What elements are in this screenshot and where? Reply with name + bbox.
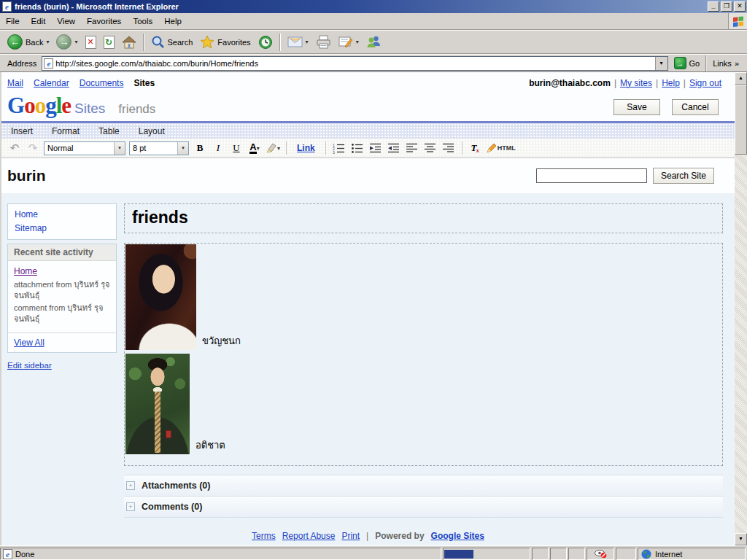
search-button[interactable]: Search <box>147 34 197 50</box>
refresh-button[interactable]: ↻ <box>100 34 118 50</box>
highlight-dropdown-icon[interactable]: ▾ <box>277 145 280 152</box>
layout-menu[interactable]: Layout <box>129 126 174 136</box>
sidebar-item-sitemap[interactable]: Sitemap <box>15 222 109 236</box>
comments-row[interactable]: + Comments (0) <box>124 497 723 518</box>
print-link[interactable]: Print <box>341 531 360 541</box>
align-right-button[interactable] <box>441 141 456 155</box>
style-value: Normal <box>47 144 114 152</box>
stop-button[interactable]: ✕ <box>82 34 100 50</box>
font-size-dropdown[interactable]: 8 pt ▾ <box>129 141 189 155</box>
calendar-link[interactable]: Calendar <box>34 78 69 88</box>
paragraph-style-dropdown[interactable]: Normal ▾ <box>44 141 125 155</box>
page-title-editable[interactable]: friends <box>124 203 723 233</box>
google-sites-link[interactable]: Google Sites <box>431 531 484 541</box>
menu-tools[interactable]: Tools <box>127 15 158 28</box>
mail-dropdown-icon[interactable]: ▾ <box>306 39 309 45</box>
scroll-up-icon[interactable]: ▲ <box>735 72 747 85</box>
italic-button[interactable]: I <box>211 141 225 155</box>
page-content-editable[interactable]: ขวัญชนก อติชาต <box>124 243 723 466</box>
underline-button[interactable]: U <box>229 141 244 155</box>
bold-button[interactable]: B <box>193 141 207 155</box>
recent-activity-list: Home attachment from บุรินทร์ รุจจนพันธุ… <box>8 261 116 332</box>
edit-dropdown-icon[interactable]: ▾ <box>356 39 359 45</box>
menu-help[interactable]: Help <box>158 15 187 28</box>
go-button[interactable]: → Go <box>668 57 706 69</box>
scrollbar-track[interactable] <box>735 155 747 533</box>
my-sites-link[interactable]: My sites <box>620 78 652 88</box>
edit-button[interactable]: ▾ <box>335 34 363 50</box>
mail-button[interactable]: ▾ <box>284 35 312 49</box>
terms-link[interactable]: Terms <box>252 531 276 541</box>
insert-menu[interactable]: Insert <box>1 126 42 136</box>
numbered-list-button[interactable]: 1 2 3 <box>332 141 347 155</box>
photo-caption: ขวัญชนก <box>202 333 241 349</box>
address-dropdown-icon[interactable]: ▾ <box>655 57 667 70</box>
print-button[interactable] <box>312 34 335 50</box>
align-left-button[interactable] <box>405 141 419 155</box>
style-dropdown-icon[interactable]: ▾ <box>114 142 125 155</box>
recent-home-link[interactable]: Home <box>14 266 37 277</box>
toolbar-separator <box>325 141 326 155</box>
mail-link[interactable]: Mail <box>7 78 23 88</box>
report-abuse-link[interactable]: Report Abuse <box>282 531 336 541</box>
font-color-button[interactable]: A ▾ <box>247 141 262 155</box>
windows-flag-icon <box>732 15 744 27</box>
forward-button[interactable]: → ▾ <box>53 33 81 51</box>
search-site-button[interactable]: Search Site <box>653 168 714 184</box>
font-color-icon: A <box>249 142 256 154</box>
align-center-button[interactable] <box>423 141 438 155</box>
links-chevron-icon[interactable]: » <box>735 59 739 68</box>
search-site-input[interactable] <box>536 168 647 183</box>
close-button[interactable]: ✕ <box>734 1 746 12</box>
address-input[interactable] <box>53 58 654 69</box>
cancel-button[interactable]: Cancel <box>672 99 719 115</box>
edit-sidebar-link[interactable]: Edit sidebar <box>7 361 52 370</box>
documents-link[interactable]: Documents <box>80 78 124 88</box>
sign-out-link[interactable]: Sign out <box>689 78 721 88</box>
favorites-button[interactable]: Favorites <box>196 34 254 50</box>
save-button[interactable]: Save <box>614 99 660 115</box>
menu-favorites[interactable]: Favorites <box>81 15 127 28</box>
remove-formatting-button[interactable]: Tx <box>468 141 483 155</box>
menu-file[interactable]: File <box>0 15 26 28</box>
link-button[interactable]: Link <box>293 143 320 153</box>
highlight-color-button[interactable]: ▾ <box>266 141 280 155</box>
history-button[interactable] <box>255 34 276 51</box>
attachments-comments-section: + Attachments (0) + Comments (0) <box>124 475 723 518</box>
vertical-scrollbar[interactable]: ▲ ▼ <box>735 72 747 545</box>
menu-edit[interactable]: Edit <box>26 15 52 28</box>
forward-dropdown-icon[interactable]: ▾ <box>74 39 77 45</box>
back-button[interactable]: ← Back ▾ <box>4 33 53 51</box>
links-toolbar[interactable]: Links » <box>705 55 745 71</box>
redo-button[interactable]: ↷ <box>26 141 40 155</box>
status-bar: e Done Internet <box>0 545 747 560</box>
font-color-dropdown-icon[interactable]: ▾ <box>257 145 260 152</box>
minimize-button[interactable]: _ <box>708 1 719 12</box>
account-bar: burin@thaiabc.com | My sites | Help | Si… <box>529 78 729 88</box>
sidebar-item-home[interactable]: Home <box>15 208 109 222</box>
attachments-row[interactable]: + Attachments (0) <box>124 475 723 497</box>
outdent-button[interactable] <box>387 141 401 155</box>
back-dropdown-icon[interactable]: ▾ <box>46 39 49 45</box>
restore-button[interactable]: ❐ <box>721 1 732 12</box>
photo-caption: อติชาต <box>196 438 225 453</box>
home-button[interactable] <box>118 34 140 50</box>
expand-attachments-icon[interactable]: + <box>126 481 135 490</box>
size-dropdown-icon[interactable]: ▾ <box>177 142 188 155</box>
messenger-button[interactable] <box>363 34 385 50</box>
view-all-link[interactable]: View All <box>14 338 44 348</box>
help-link[interactable]: Help <box>662 78 680 88</box>
scroll-down-icon[interactable]: ▼ <box>735 533 747 545</box>
table-menu[interactable]: Table <box>89 126 129 136</box>
indent-button[interactable] <box>368 141 383 155</box>
scrollbar-thumb[interactable] <box>735 85 747 155</box>
web-page: Mail Calendar Documents Sites burin@thai… <box>1 72 735 545</box>
zone-label: Internet <box>655 550 682 559</box>
format-menu[interactable]: Format <box>42 126 89 136</box>
html-button[interactable]: HTML <box>487 141 516 155</box>
undo-button[interactable]: ↶ <box>7 141 22 155</box>
bulleted-list-button[interactable] <box>350 141 365 155</box>
menu-view[interactable]: View <box>51 15 81 28</box>
photo-row: ขวัญชนก <box>125 244 721 350</box>
expand-comments-icon[interactable]: + <box>126 502 135 511</box>
